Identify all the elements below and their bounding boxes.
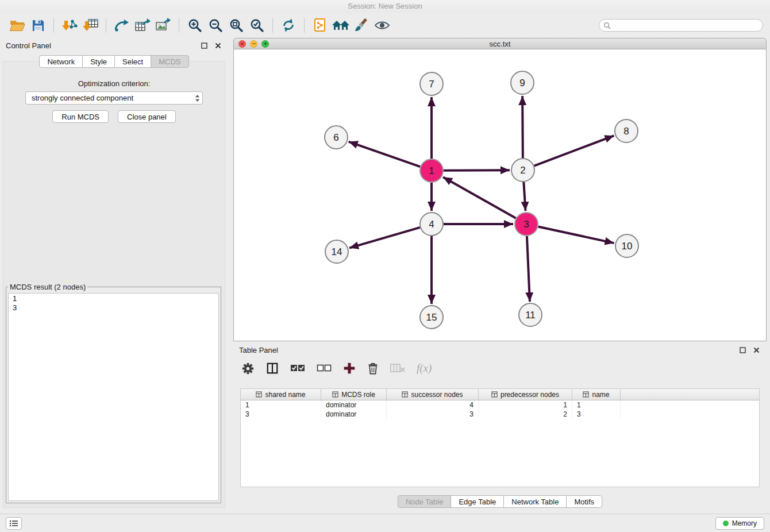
import-table-button[interactable]: [80, 15, 101, 36]
table-settings-button[interactable]: [241, 360, 255, 376]
edge-3-11[interactable]: [527, 236, 530, 302]
node-14[interactable]: 14: [325, 240, 348, 263]
column-header-shared-name[interactable]: shared name: [241, 389, 321, 400]
import-network-button[interactable]: [59, 15, 80, 36]
node-15[interactable]: 15: [420, 306, 443, 329]
open-session-button[interactable]: [7, 15, 28, 36]
clone-network-icon: [114, 18, 130, 33]
deselect-all-rows-button[interactable]: [317, 360, 332, 376]
close-table-panel-button[interactable]: [752, 345, 761, 354]
network-window-titlebar[interactable]: scc.txt: [233, 38, 767, 49]
zoom-out-button[interactable]: [205, 15, 226, 36]
apply-style-button[interactable]: [351, 15, 372, 36]
table-row[interactable]: 1dominator411: [241, 400, 759, 410]
tab-select[interactable]: Select: [114, 55, 151, 68]
maximize-window-button[interactable]: [261, 40, 269, 48]
float-table-panel-button[interactable]: [738, 345, 747, 354]
control-panel: Control Panel NetworkStyleSelectMCDS Opt…: [0, 38, 228, 509]
window-title: Session: New Session: [0, 0, 770, 13]
tab-style[interactable]: Style: [82, 55, 115, 68]
columns-icon: [266, 362, 279, 375]
table-tab-network-table[interactable]: Network Table: [503, 495, 567, 508]
float-panel-button[interactable]: [199, 41, 209, 50]
tab-mcds[interactable]: MCDS: [151, 55, 188, 68]
delete-columns-button: [390, 360, 405, 376]
node-4[interactable]: 4: [420, 213, 443, 236]
edge-4-14[interactable]: [349, 228, 420, 248]
node-6[interactable]: 6: [325, 126, 348, 149]
node-2[interactable]: 2: [511, 159, 534, 182]
status-bar: Memory: [0, 514, 770, 532]
table-tab-edge-table[interactable]: Edge Table: [451, 495, 504, 508]
refresh-button[interactable]: [278, 15, 299, 36]
node-3[interactable]: 3: [515, 213, 538, 236]
column-header-predecessor-nodes[interactable]: predecessor nodes: [479, 389, 572, 400]
close-panel-button[interactable]: [213, 41, 222, 50]
run-mcds-button[interactable]: Run MCDS: [52, 110, 109, 123]
node-label: 6: [333, 132, 338, 143]
table-tab-node-table[interactable]: Node Table: [398, 495, 452, 508]
column-header-successor-nodes[interactable]: successor nodes: [387, 389, 479, 400]
optimization-criterion-select[interactable]: strongly connected component: [25, 91, 203, 105]
edge-3-10[interactable]: [538, 226, 614, 243]
edge-2-9[interactable]: [522, 96, 523, 158]
select-all-icon: [290, 364, 305, 373]
close-mcds-panel-button[interactable]: Close panel: [118, 110, 176, 123]
table-row[interactable]: 3dominator323: [241, 410, 759, 419]
table-tab-motifs[interactable]: Motifs: [566, 495, 602, 508]
clone-network-button[interactable]: [111, 15, 132, 36]
export-image-button[interactable]: [153, 15, 174, 36]
column-header-label: successor nodes: [411, 391, 463, 399]
network-overview-button[interactable]: [330, 15, 351, 36]
mcds-result-item: 3: [13, 303, 214, 313]
edge-3-1[interactable]: [443, 177, 516, 218]
edge-2-3[interactable]: [523, 182, 525, 211]
search-input[interactable]: [613, 21, 759, 30]
edge-1-6[interactable]: [349, 142, 420, 167]
deselect-all-icon: [317, 364, 332, 373]
delete-rows-button[interactable]: [367, 360, 379, 376]
node-label: 15: [426, 312, 437, 323]
table-body: 1dominator4113dominator323: [241, 400, 759, 419]
column-header-name[interactable]: name: [572, 389, 621, 400]
column-header-label: name: [592, 391, 609, 399]
save-session-button[interactable]: [28, 15, 48, 36]
zoom-in-button[interactable]: [184, 15, 205, 36]
node-8[interactable]: 8: [615, 119, 638, 142]
node-11[interactable]: 11: [519, 303, 542, 326]
table-cell: 4: [387, 400, 479, 410]
network-graph[interactable]: 7968124314101511: [234, 49, 766, 340]
close-window-button[interactable]: [238, 40, 246, 48]
export-image-icon: [155, 18, 171, 33]
edge-1-2[interactable]: [444, 170, 510, 171]
table-cell: 1: [572, 400, 621, 410]
import-network-icon: [61, 18, 78, 33]
minimize-window-button[interactable]: [250, 40, 257, 48]
node-9[interactable]: 9: [511, 71, 534, 94]
network-from-table-button[interactable]: [132, 15, 153, 36]
node-7[interactable]: 7: [420, 72, 443, 95]
mcds-result-list[interactable]: 13: [8, 293, 219, 501]
column-sort-icon: [332, 391, 338, 398]
mcds-result-title: MCDS result (2 nodes): [8, 283, 87, 291]
task-history-button[interactable]: [6, 517, 22, 530]
show-columns-button[interactable]: [266, 360, 279, 376]
column-header-MCDS-role[interactable]: MCDS role: [321, 389, 387, 400]
node-1[interactable]: 1: [420, 159, 443, 182]
node-label: 4: [429, 219, 434, 230]
first-neighbors-button[interactable]: [310, 15, 330, 36]
network-canvas[interactable]: 7968124314101511: [233, 49, 767, 341]
mcds-result-item: 1: [13, 294, 214, 303]
select-all-rows-button[interactable]: [290, 360, 305, 376]
memory-button[interactable]: Memory: [715, 517, 764, 530]
show-hide-details-button[interactable]: [372, 15, 392, 36]
zoom-selected-button[interactable]: [247, 15, 267, 36]
node-10[interactable]: 10: [615, 234, 638, 257]
zoom-fit-button[interactable]: [226, 15, 247, 36]
network-from-table-icon: [134, 18, 151, 33]
edge-2-8[interactable]: [534, 136, 614, 165]
table-cell: 3: [387, 410, 479, 419]
search-box[interactable]: [599, 19, 763, 32]
add-row-button[interactable]: [343, 360, 356, 376]
tab-network[interactable]: Network: [39, 55, 83, 68]
